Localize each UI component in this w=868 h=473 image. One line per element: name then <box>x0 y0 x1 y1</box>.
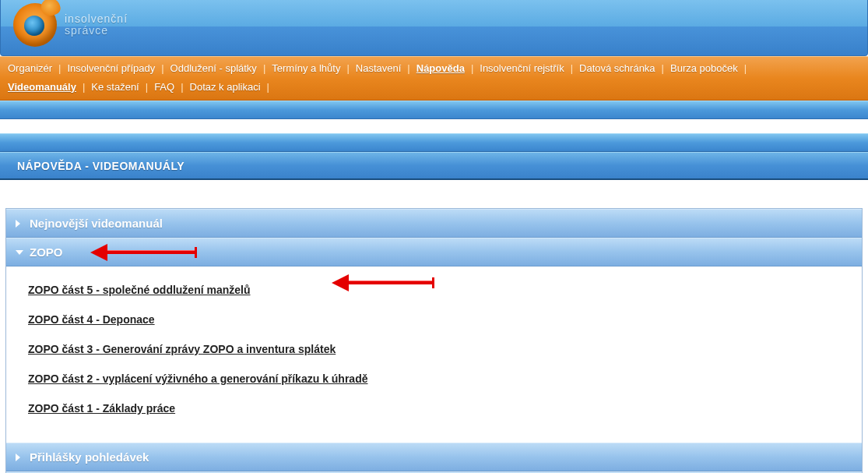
nav-separator: | <box>78 79 90 95</box>
nav-separator: | <box>156 61 168 76</box>
videomanual-accordion: Nejnovější videomanuálZOPOZOPO část 5 - … <box>5 208 863 473</box>
spacer <box>0 119 868 133</box>
nav-separator: | <box>176 79 188 95</box>
logo[interactable]: insolvenční správce <box>13 3 128 47</box>
nav-link[interactable]: Ke stažení <box>90 79 140 95</box>
videomanual-link[interactable]: ZOPO část 1 - Základy práce <box>28 402 854 415</box>
nav-row-secondary: Videomanuály|Ke stažení|FAQ|Dotaz k apli… <box>6 79 862 95</box>
nav-separator: | <box>402 61 414 76</box>
nav-link[interactable]: FAQ <box>153 79 176 95</box>
nav-link[interactable]: Nápověda <box>415 61 466 76</box>
accordion-title: Přihlášky pohledávek <box>30 450 149 464</box>
chevron-right-icon <box>16 220 20 228</box>
videomanual-link[interactable]: ZOPO část 2 - vyplácení výživného a gene… <box>28 372 854 385</box>
annotation-arrow <box>92 250 196 254</box>
nav-link[interactable]: Nastavení <box>354 61 403 76</box>
logo-line2: správce <box>65 25 128 37</box>
nav-link[interactable]: Burza poboček <box>669 61 740 76</box>
nav-separator: | <box>657 61 669 76</box>
logo-line1: insolvenční <box>65 13 128 25</box>
nav-separator: | <box>566 61 578 76</box>
page-title: NÁPOVĚDA - VIDEOMANUÁLY <box>17 160 184 172</box>
nav-link[interactable]: Oddlužení - splátky <box>169 61 258 76</box>
blue-strip <box>0 133 868 152</box>
nav-row-primary: Organizér|Insolvenční případy|Oddlužení … <box>6 61 862 76</box>
nav-link[interactable]: Dotaz k aplikaci <box>188 79 262 95</box>
nav-separator: | <box>466 61 478 76</box>
nav-separator: | <box>342 61 353 76</box>
chevron-down-icon <box>16 250 23 255</box>
accordion-title: Nejnovější videomanuál <box>30 217 163 230</box>
videomanual-link[interactable]: ZOPO část 5 - společné oddlužení manželů <box>28 284 854 296</box>
nav-link[interactable]: Datová schránka <box>578 61 657 76</box>
accordion-header[interactable]: Nejnovější videomanuál <box>6 209 862 238</box>
accordion-header[interactable]: ZOPO <box>6 238 862 267</box>
logo-icon <box>13 3 57 47</box>
logo-text: insolvenční správce <box>65 13 128 37</box>
nav-separator: | <box>258 61 270 76</box>
videomanual-link[interactable]: ZOPO část 3 - Generování zprávy ZOPO a i… <box>28 343 854 355</box>
main-nav: Organizér|Insolvenční případy|Oddlužení … <box>0 56 868 101</box>
accordion-title: ZOPO <box>30 245 63 259</box>
nav-separator: | <box>740 61 751 76</box>
nav-link[interactable]: Insolvenční rejstřík <box>478 61 565 76</box>
nav-link[interactable]: Videomanuály <box>6 79 78 95</box>
accordion-body: ZOPO část 5 - společné oddlužení manželů… <box>6 267 862 443</box>
nav-separator: | <box>262 79 274 95</box>
top-banner: insolvenční správce <box>0 0 868 56</box>
nav-link[interactable]: Termíny a lhůty <box>270 61 342 76</box>
accordion-header[interactable]: Přihlášky pohledávek <box>6 443 862 471</box>
chevron-right-icon <box>16 454 20 461</box>
nav-separator: | <box>141 79 153 95</box>
videomanual-link[interactable]: ZOPO část 4 - Deponace <box>28 313 854 326</box>
nav-separator: | <box>54 61 65 76</box>
nav-link[interactable]: Insolvenční případy <box>65 61 156 76</box>
nav-link[interactable]: Organizér <box>6 61 54 76</box>
blue-strip <box>0 101 868 119</box>
spacer <box>0 180 868 208</box>
page-title-bar: NÁPOVĚDA - VIDEOMANUÁLY <box>0 152 868 180</box>
